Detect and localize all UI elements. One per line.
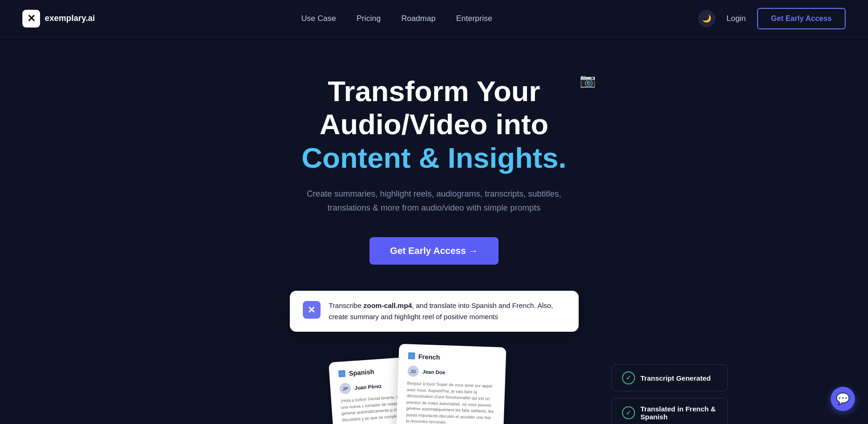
demo-section: ✕ Transcribe zoom-call.mp4, and translat… [0,291,868,424]
logo-box: ✕ [22,10,40,27]
prompt-logo: ✕ [303,301,321,319]
french-person1: JD Jean Doe [407,366,496,380]
chat-bubble-button[interactable]: 💬 [831,387,855,411]
french-lang-icon: 🅰 [408,353,415,360]
theme-toggle-button[interactable]: 🌙 [698,10,715,27]
prompt-text: Transcribe zoom-call.mp4, and translate … [329,300,566,322]
hero-section: 📷 Transform Your Audio/Video into Conten… [0,37,868,291]
nav-link-use-case[interactable]: Use Case [301,14,336,23]
spanish-lang-label: Spanish [349,368,374,377]
translated-check-icon: ✓ [622,406,635,419]
transcript-check-icon: ✓ [622,371,635,384]
translated-checkmark: ✓ [626,409,631,417]
prompt-logo-x-icon: ✕ [308,304,315,315]
spanish-name-1: Juan Pérez [354,383,382,391]
nav-right: 🌙 Login Get Early Access [698,8,846,29]
cta-early-access-button[interactable]: Get Early Access → [369,237,498,265]
hero-title-white: Transform Your Audio/Video into [320,75,548,140]
chat-icon: 💬 [836,392,850,405]
translated-badge: ✓ Translated in French & Spanish [611,398,728,424]
transcript-badge-label: Transcript Generated [641,374,711,382]
prompt-filename: zoom-call.mp4 [363,301,412,309]
nav-link-pricing[interactable]: Pricing [356,14,381,23]
nav-link-roadmap[interactable]: Roadmap [401,14,436,23]
spanish-lang-icon: 🅰 [338,370,345,378]
french-text-1: Bonjour à tous! Super de vous avoir sur … [405,381,495,424]
prompt-box: ✕ Transcribe zoom-call.mp4, and translat… [290,291,579,332]
moon-icon: 🌙 [702,14,711,23]
transcript-checkmark: ✓ [626,374,631,382]
logo[interactable]: ✕ exemplary.ai [22,10,95,27]
early-access-nav-button[interactable]: Get Early Access [757,8,846,29]
prompt-text-before: Transcribe [329,301,363,309]
transcript-badge: ✓ Transcript Generated [611,364,728,391]
french-name-1: Jean Doe [422,369,445,376]
french-card-header: 🅰 French [408,353,496,363]
french-card: 🅰 French JD Jean Doe Bonjour à tous! Sup… [395,344,506,424]
camera-icon: 📷 [577,70,598,90]
french-avatar-1: JD [407,366,419,377]
status-badges: ✓ Transcript Generated ✓ Translated in F… [611,364,728,424]
logo-x-icon: ✕ [27,13,35,25]
french-lang-label: French [418,353,440,361]
demo-cards-area: 🅰 Spanish JP Juan Pérez ¡Hola a todos! G… [290,341,579,424]
hero-title-blue: Content & Insights. [301,142,566,174]
translated-badge-label: Translated in French & Spanish [641,405,717,421]
spanish-avatar-1: JP [339,383,351,395]
logo-text: exemplary.ai [45,14,95,23]
hero-subtitle: Create summaries, highlight reels, audio… [285,187,583,215]
nav-link-enterprise[interactable]: Enterprise [456,14,492,23]
navbar: ✕ exemplary.ai Use Case Pricing Roadmap … [0,0,868,37]
hero-title: Transform Your Audio/Video into Content … [248,75,621,174]
nav-links: Use Case Pricing Roadmap Enterprise [301,14,492,23]
login-button[interactable]: Login [726,14,746,23]
